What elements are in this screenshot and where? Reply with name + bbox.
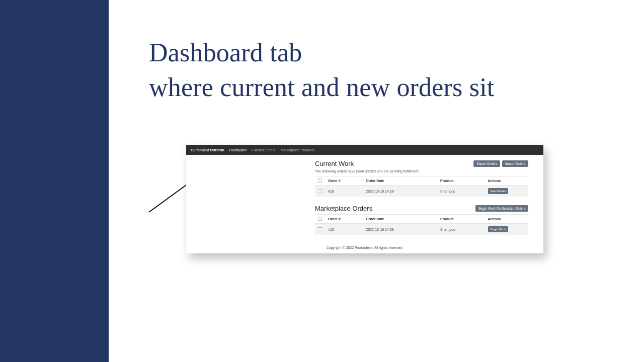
table-row: #15 2022-10-19 14:39 Shampoo Begin Work [315,224,528,235]
current-work-table: Order # Order Date Product Actions #16 2… [315,176,528,197]
nav-marketplace-products[interactable]: Marketplace Products [280,148,314,152]
marketplace-title: Marketplace Orders [315,205,372,212]
export-orders-button[interactable]: Export Orders [473,160,500,167]
col-order: Order # [325,215,363,224]
headline-line-2: where current and new orders sit [149,70,494,105]
col-product: Product [437,215,485,224]
headline-line-1: Dashboard tab [149,35,494,70]
table-row: #16 2022-10-19 14:39 Shampoo See Details [315,186,528,197]
col-actions: Actions [485,176,528,186]
select-all-checkbox[interactable] [318,217,322,221]
nav-dashboard[interactable]: Dashboard [229,148,247,152]
left-stripe [0,0,109,362]
begin-work-selected-button[interactable]: Begin Work On Selected Orders [475,205,528,212]
table-header-row: Order # Order Date Product Actions [315,176,528,186]
col-date: Order Date [363,176,437,186]
col-product: Product [437,176,485,186]
begin-work-button[interactable]: Begin Work [488,226,509,232]
slide-headline: Dashboard tab where current and new orde… [149,35,494,105]
nav-brand[interactable]: Fulfillment Platform [191,148,224,152]
see-details-button[interactable]: See Details [488,188,509,194]
col-order: Order # [325,176,363,186]
row-checkbox[interactable] [318,189,322,193]
import-orders-button[interactable]: Import Orders [502,160,528,167]
cell-product: Shampoo [437,186,485,197]
table-header-row: Order # Order Date Product Actions [315,215,528,224]
col-date: Order Date [363,215,437,224]
app-screenshot: Fulfillment Platform Dashboard Fulfilled… [186,145,543,253]
marketplace-header-row: Marketplace Orders Begin Work On Selecte… [315,205,528,212]
select-all-checkbox[interactable] [318,178,322,183]
row-checkbox[interactable] [318,227,322,231]
col-actions: Actions [485,215,528,224]
nav-fulfilled-orders[interactable]: Fulfilled Orders [252,148,275,152]
slide: Dashboard tab where current and new orde… [0,0,644,362]
current-work-title: Current Work [315,160,354,167]
marketplace-table: Order # Order Date Product Actions #15 2… [315,214,528,235]
current-work-header-row: Current Work Export Orders Import Orders [315,160,528,167]
current-work-subtitle: The following orders have been started a… [315,169,528,173]
cell-product: Shampoo [437,224,485,235]
cell-date: 2022-10-19 14:39 [363,224,437,235]
cell-order: #15 [325,224,363,235]
export-import-group: Export Orders Import Orders [473,160,528,167]
footer-copyright: Copyright © 2022 Reachdesk. All rights r… [186,246,543,249]
top-nav: Fulfillment Platform Dashboard Fulfilled… [186,145,543,155]
cell-date: 2022-10-19 14:39 [363,186,437,197]
app-body: Current Work Export Orders Import Orders… [186,155,543,253]
cell-order: #16 [325,186,363,197]
